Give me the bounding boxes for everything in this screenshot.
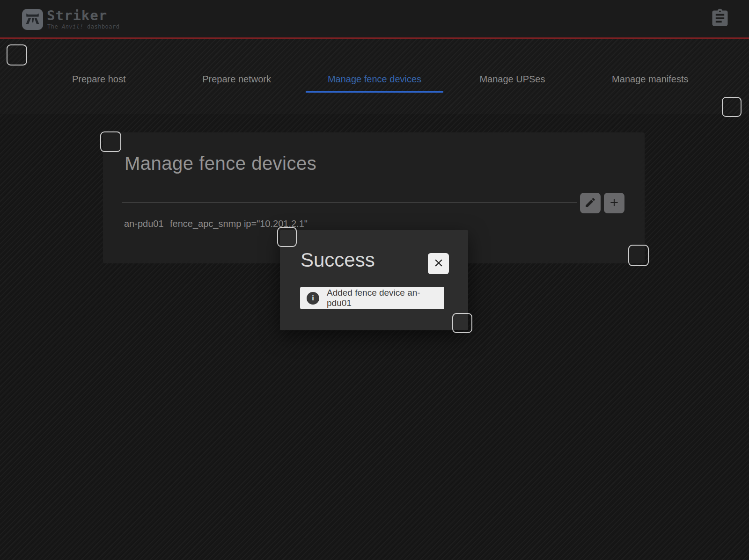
success-dialog: Success i Added fence device an-pdu01 <box>280 230 468 330</box>
anvil-icon <box>24 10 41 29</box>
outline-marker <box>722 97 742 117</box>
tab-bar: Prepare host Prepare network Manage fenc… <box>30 65 719 93</box>
edit-fence-device-button[interactable] <box>580 193 601 213</box>
clipboard-icon[interactable] <box>710 7 730 29</box>
app-title: Striker <box>47 7 107 23</box>
pencil-icon <box>584 196 596 210</box>
tab-manage-fence-devices[interactable]: Manage fence devices <box>306 65 443 93</box>
success-message-text: Added fence device an-pdu01 <box>327 288 444 308</box>
dialog-close-button[interactable] <box>428 253 449 274</box>
outline-marker <box>452 313 472 333</box>
add-fence-device-button[interactable] <box>604 193 624 213</box>
outline-marker <box>277 227 297 247</box>
dialog-title: Success <box>301 249 375 271</box>
plus-icon <box>608 196 620 210</box>
panel-title: Manage fence devices <box>125 153 316 174</box>
app-header: Striker The Anvil! dashboard <box>0 0 749 37</box>
close-icon <box>433 257 445 270</box>
outline-marker <box>628 245 649 266</box>
outline-marker <box>100 131 121 152</box>
tab-prepare-host[interactable]: Prepare host <box>30 65 168 93</box>
tab-manage-manifests[interactable]: Manage manifests <box>581 65 719 93</box>
info-icon: i <box>307 292 319 305</box>
panel-divider <box>122 202 577 203</box>
success-message-banner: i Added fence device an-pdu01 <box>300 287 444 309</box>
fence-device-name: an-pdu01 <box>124 218 170 229</box>
tab-prepare-network[interactable]: Prepare network <box>168 65 305 93</box>
striker-logo <box>22 9 43 30</box>
tab-manage-upses[interactable]: Manage UPSes <box>443 65 581 93</box>
app-subtitle: The Anvil! dashboard <box>47 23 120 30</box>
outline-marker <box>7 44 27 65</box>
